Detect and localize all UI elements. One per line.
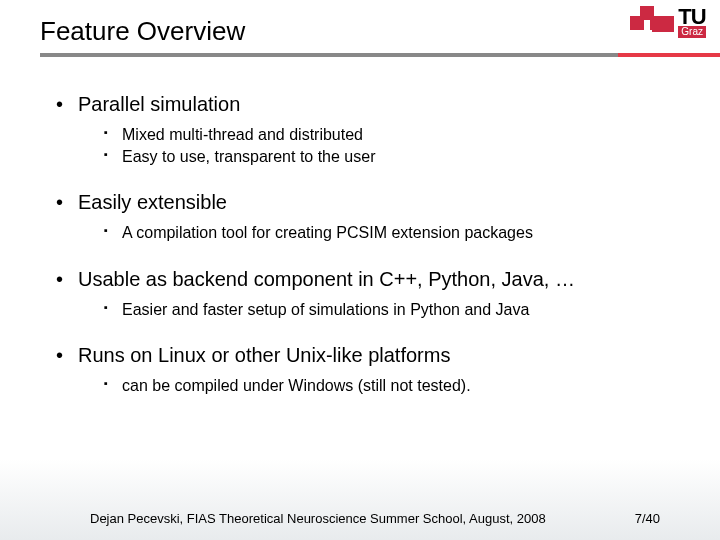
bullet-lvl2: Mixed multi-thread and distributed (104, 124, 680, 146)
bullet-lvl1: Parallel simulation (56, 93, 680, 116)
logo-text: TU Graz (678, 6, 706, 38)
bullet-group: Parallel simulation Mixed multi-thread a… (56, 93, 680, 167)
bullet-group: Usable as backend component in C++, Pyth… (56, 268, 680, 321)
title-underline (40, 53, 720, 57)
bullet-lvl1: Usable as backend component in C++, Pyth… (56, 268, 680, 291)
bullet-group: Easily extensible A compilation tool for… (56, 191, 680, 244)
bullet-lvl2: Easy to use, transparent to the user (104, 146, 680, 168)
slide-footer: Dejan Pecevski, FIAS Theoretical Neurosc… (0, 511, 720, 526)
slide-header: Feature Overview TU Graz (0, 0, 720, 65)
logo-graz-label: Graz (678, 26, 706, 38)
footer-text: Dejan Pecevski, FIAS Theoretical Neurosc… (90, 511, 635, 526)
logo-squares-icon (630, 6, 674, 38)
slide-content: Parallel simulation Mixed multi-thread a… (0, 65, 720, 397)
bullet-lvl1: Runs on Linux or other Unix-like platfor… (56, 344, 680, 367)
logo-tu-label: TU (678, 6, 706, 28)
bullet-lvl2: A compilation tool for creating PCSIM ex… (104, 222, 680, 244)
bullet-lvl2: Easier and faster setup of simulations i… (104, 299, 680, 321)
bullet-group: Runs on Linux or other Unix-like platfor… (56, 344, 680, 397)
bullet-lvl1: Easily extensible (56, 191, 680, 214)
bullet-lvl2: can be compiled under Windows (still not… (104, 375, 680, 397)
slide-title: Feature Overview (40, 16, 720, 47)
tu-graz-logo: TU Graz (630, 6, 706, 38)
page-number: 7/40 (635, 511, 680, 526)
